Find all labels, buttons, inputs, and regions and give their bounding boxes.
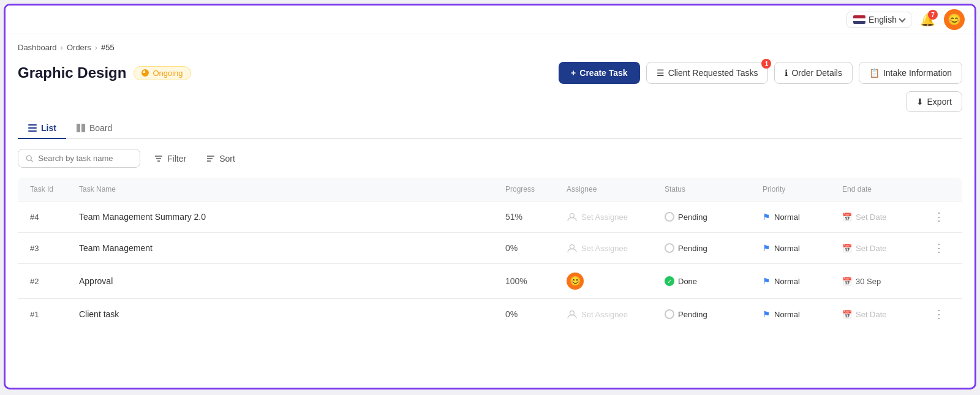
priority-cell[interactable]: ⚑ Normal [763, 212, 842, 222]
task-name: Approval [79, 276, 505, 286]
client-requested-label: Client Requested Tasks [668, 68, 758, 78]
status-pending-icon [665, 309, 674, 319]
filter-icon [154, 154, 164, 164]
table-row: #2 Approval 100% 😊 ✓ Done ⚑ Normal � [18, 264, 962, 299]
status-cell[interactable]: Pending [665, 212, 763, 222]
status-cell[interactable]: ✓ Done [665, 276, 763, 286]
priority-flag-icon: ⚑ [763, 276, 771, 286]
date-cell[interactable]: 📅 Set Date [842, 244, 928, 253]
svg-rect-0 [28, 124, 37, 126]
page-header: Graphic Design Ongoing + Create Task ☰ C… [18, 58, 962, 89]
status-badge: Ongoing [134, 66, 190, 80]
calendar-icon: 📅 [842, 277, 852, 286]
priority-text: Normal [774, 244, 800, 253]
sort-button[interactable]: Sort [200, 150, 241, 167]
sort-label: Sort [219, 154, 235, 164]
task-name: Team Management [79, 243, 505, 253]
col-priority: Priority [763, 185, 842, 194]
export-button[interactable]: ⬇ Export [906, 91, 962, 112]
create-task-button[interactable]: + Create Task [559, 62, 640, 84]
breadcrumb-orders[interactable]: Orders [67, 43, 91, 52]
date-text: 30 Sep [856, 277, 881, 286]
assignee-label: Set Assignee [581, 310, 628, 319]
header-left: Graphic Design Ongoing [18, 64, 191, 81]
intake-information-button[interactable]: 📋 Intake Information [859, 62, 962, 84]
status-cell[interactable]: Pending [665, 309, 763, 319]
page-title: Graphic Design [18, 64, 126, 81]
flag-icon [853, 15, 865, 24]
search-box[interactable] [18, 149, 140, 168]
assignee-cell[interactable]: Set Assignee [567, 211, 665, 222]
sort-icon [206, 154, 216, 164]
status-pending-icon [665, 212, 674, 222]
tab-list[interactable]: List [18, 118, 66, 139]
task-progress: 0% [505, 243, 567, 253]
search-input[interactable] [38, 154, 132, 163]
more-options-button[interactable]: ⋮ [928, 210, 950, 224]
date-text: Set Date [856, 244, 887, 253]
client-requested-badge: 1 [761, 59, 771, 69]
date-cell[interactable]: 📅 30 Sep [842, 277, 928, 286]
table-row: #4 Team Management Summary 2.0 51% Set A… [18, 201, 962, 233]
notification-badge: 7 [928, 10, 938, 20]
col-end-date: End date [842, 185, 928, 194]
assignee-cell[interactable]: Set Assignee [567, 309, 665, 320]
status-cell[interactable]: Pending [665, 243, 763, 253]
status-done-icon: ✓ [665, 276, 674, 286]
priority-cell[interactable]: ⚑ Normal [763, 309, 842, 319]
priority-cell[interactable]: ⚑ Normal [763, 243, 842, 253]
set-assignee-icon [567, 211, 578, 222]
assignee-cell[interactable]: Set Assignee [567, 243, 665, 254]
status-dot-icon [141, 69, 149, 77]
assignee-cell[interactable]: 😊 [567, 273, 665, 290]
export-row: ⬇ Export [18, 89, 962, 118]
language-selector[interactable]: English [846, 12, 911, 28]
priority-flag-icon: ⚑ [763, 309, 771, 319]
task-id: #4 [30, 213, 79, 222]
info-icon: ℹ [785, 68, 788, 78]
search-icon [26, 154, 33, 163]
calendar-icon: 📅 [842, 310, 852, 319]
table-header-row: Task Id Task Name Progress Assignee Stat… [18, 178, 962, 201]
svg-rect-4 [81, 124, 85, 132]
tab-board-label: Board [89, 123, 112, 133]
client-requested-tasks-button[interactable]: ☰ Client Requested Tasks 1 [646, 62, 769, 84]
svg-point-15 [570, 311, 575, 315]
priority-text: Normal [774, 213, 800, 222]
language-label: English [869, 15, 897, 24]
table-row: #1 Client task 0% Set Assignee Pending ⚑ [18, 299, 962, 329]
status-text: Pending [678, 244, 707, 253]
task-id: #1 [30, 310, 79, 319]
user-avatar[interactable]: 😊 [944, 9, 965, 30]
breadcrumb-sep-2: › [95, 43, 97, 52]
date-text: Set Date [856, 310, 887, 319]
task-toolbar: Filter Sort [18, 149, 962, 168]
tab-list-label: List [41, 123, 56, 133]
tab-board[interactable]: Board [66, 118, 122, 139]
col-assignee: Assignee [567, 185, 665, 194]
date-text: Set Date [856, 213, 887, 222]
breadcrumb: Dashboard › Orders › #55 [18, 34, 962, 58]
date-cell[interactable]: 📅 Set Date [842, 310, 928, 319]
date-cell[interactable]: 📅 Set Date [842, 213, 928, 222]
chevron-down-icon [899, 15, 905, 22]
avatar-emoji: 😊 [948, 13, 961, 26]
notifications-button[interactable]: 🔔 7 [918, 10, 938, 29]
priority-flag-icon: ⚑ [763, 243, 771, 253]
filter-button[interactable]: Filter [148, 150, 192, 167]
order-details-button[interactable]: ℹ Order Details [774, 62, 852, 84]
status-pending-icon [665, 243, 674, 253]
task-id: #3 [30, 244, 79, 253]
table-row: #3 Team Management 0% Set Assignee Pendi… [18, 233, 962, 264]
status-text: Pending [678, 213, 707, 222]
more-options-button[interactable]: ⋮ [928, 307, 950, 321]
filter-label: Filter [167, 154, 186, 164]
top-bar: English 🔔 7 😊 [6, 6, 974, 34]
svg-point-13 [570, 214, 575, 218]
breadcrumb-dashboard[interactable]: Dashboard [18, 43, 57, 52]
assignee-label: Set Assignee [581, 244, 628, 253]
priority-cell[interactable]: ⚑ Normal [763, 276, 842, 286]
priority-text: Normal [774, 277, 800, 286]
tasks-table: Task Id Task Name Progress Assignee Stat… [18, 178, 962, 329]
more-options-button[interactable]: ⋮ [928, 241, 950, 255]
